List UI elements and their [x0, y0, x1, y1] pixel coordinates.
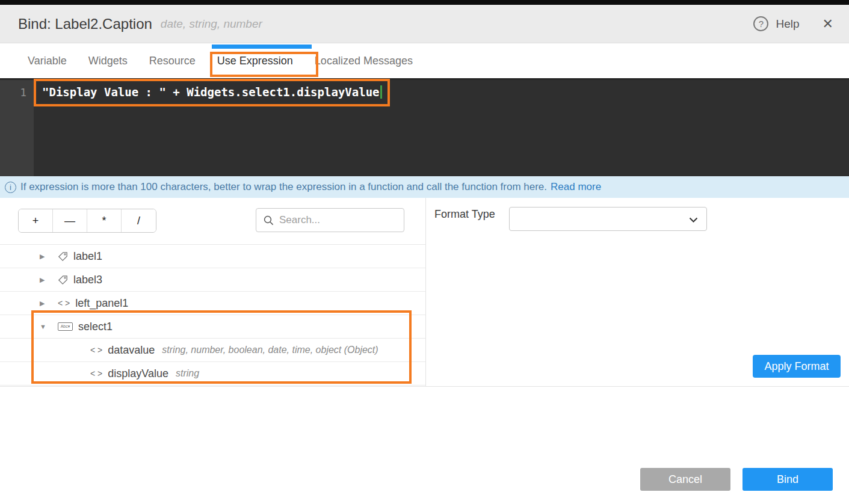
operator-button-2[interactable]: * — [87, 209, 122, 232]
info-banner: i If expression is more than 100 charact… — [0, 176, 849, 198]
tab-bar: VariableWidgetsResourceUse ExpressionLoc… — [0, 43, 849, 78]
tree-row-displayvalue[interactable]: < >displayValuestring — [0, 362, 425, 386]
format-type-select[interactable] — [509, 207, 707, 231]
expand-icon[interactable]: ▶ — [40, 253, 48, 260]
dialog-header: Bind: Label2.Caption date, string, numbe… — [0, 5, 849, 43]
code-icon: < > — [58, 298, 70, 308]
tree-label: select1 — [78, 321, 113, 333]
tab-use-expression[interactable]: Use Expression — [206, 55, 304, 67]
tag-icon — [58, 275, 68, 285]
operator-group: +—*/ — [18, 209, 156, 233]
tree-row-left-panel1[interactable]: ▶< >left_panel1 — [0, 292, 425, 315]
tree-row-datavalue[interactable]: < >datavaluestring, number, boolean, dat… — [0, 339, 425, 362]
editor-gutter: 1 — [0, 80, 34, 176]
code-icon: < > — [90, 369, 102, 378]
expression-code-line[interactable]: "Display Value : " + Widgets.select1.dis… — [42, 85, 382, 99]
tree-label: label1 — [73, 250, 102, 263]
cancel-button[interactable]: Cancel — [640, 468, 730, 491]
help-icon[interactable]: ? — [753, 16, 768, 31]
operator-button-0[interactable]: + — [19, 209, 53, 232]
tab-resource[interactable]: Resource — [138, 55, 206, 67]
content-footer-divider — [0, 386, 849, 387]
select-icon: Abc▾ — [58, 322, 73, 331]
tab-localized-messages[interactable]: Localized Messages — [304, 55, 424, 67]
read-more-link[interactable]: Read more — [551, 181, 601, 193]
help-label[interactable]: Help — [776, 17, 799, 31]
tree-toolbar: +—*/ — [0, 198, 425, 245]
collapse-icon[interactable]: ▼ — [40, 323, 48, 330]
search-icon — [264, 215, 274, 226]
widget-tree-panel: +—*/ ▶label1▶label3▶< >left_panel1▼Abc▾s… — [0, 198, 426, 386]
expression-editor[interactable]: 1 "Display Value : " + Widgets.select1.d… — [0, 78, 849, 176]
tree-label: datavalue — [108, 344, 155, 357]
tree-row-label1[interactable]: ▶label1 — [0, 245, 425, 268]
widget-tree: ▶label1▶label3▶< >left_panel1▼Abc▾select… — [0, 245, 425, 386]
tree-row-select1[interactable]: ▼Abc▾select1 — [0, 315, 425, 339]
dialog-title-type-hint: date, string, number — [161, 17, 262, 31]
search-input[interactable] — [279, 214, 397, 226]
code-icon: < > — [90, 345, 102, 355]
info-circle-icon: i — [5, 182, 16, 193]
tree-label: label3 — [73, 274, 102, 286]
active-tab-indicator — [212, 45, 312, 49]
apply-format-button[interactable]: Apply Format — [753, 355, 841, 378]
tab-variable[interactable]: Variable — [17, 55, 78, 67]
tab-widgets[interactable]: Widgets — [78, 55, 138, 67]
type-hint: string, number, boolean, date, time, obj… — [162, 345, 378, 355]
operator-button-1[interactable]: — — [53, 209, 87, 232]
operator-button-3[interactable]: / — [122, 209, 156, 232]
tree-row-label3[interactable]: ▶label3 — [0, 268, 425, 292]
tree-label: displayValue — [108, 367, 168, 380]
window-top-edge — [0, 0, 849, 5]
dialog-title: Bind: Label2.Caption — [18, 16, 152, 32]
info-banner-text: If expression is more than 100 character… — [20, 181, 547, 193]
text-cursor — [380, 85, 382, 99]
line-number: 1 — [0, 86, 26, 99]
bind-button[interactable]: Bind — [742, 468, 833, 491]
expand-icon[interactable]: ▶ — [40, 300, 48, 307]
type-hint: string — [176, 368, 199, 379]
expression-code-text: "Display Value : " + Widgets.select1.dis… — [42, 85, 380, 99]
chevron-down-icon — [689, 217, 698, 223]
close-icon[interactable]: ✕ — [823, 16, 833, 32]
tag-icon — [58, 251, 68, 262]
expand-icon[interactable]: ▶ — [40, 276, 48, 284]
search-box[interactable] — [256, 208, 404, 232]
tree-label: left_panel1 — [75, 297, 128, 310]
format-type-label: Format Type — [434, 208, 495, 221]
